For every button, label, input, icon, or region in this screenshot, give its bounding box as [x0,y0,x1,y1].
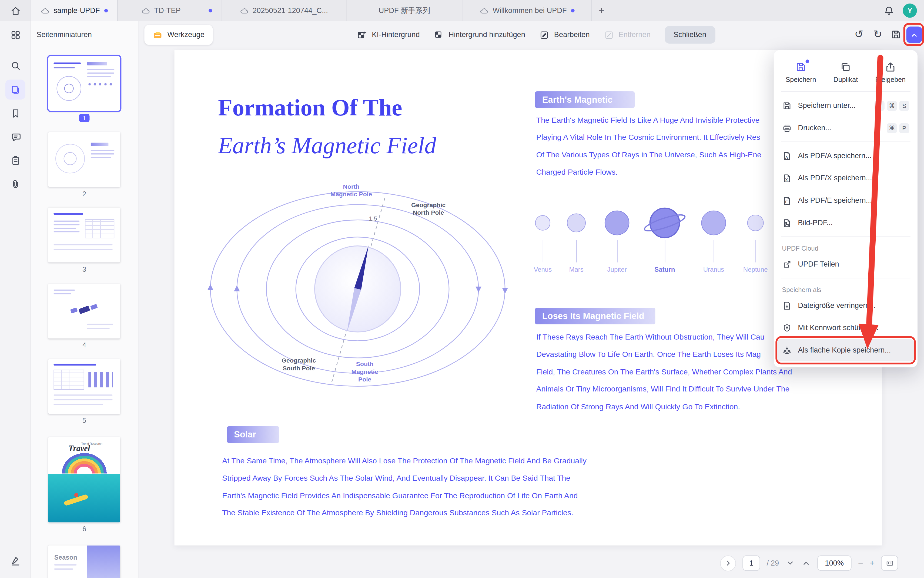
unsaved-dot [571,9,574,13]
hintergrund-hinzufuegen-button[interactable]: Hintergrund hinzufügen [434,30,525,40]
werkzeuge-button[interactable]: Werkzeuge [144,25,213,45]
save-as-icon [782,101,792,110]
menu-item-label: Dateigröße verringern... [798,302,875,310]
section-speichern-als: Speichern als [774,281,918,294]
undo-icon: ↺ [854,28,864,40]
menu-quick-actions: Speichern Duplikat Freigeben [774,55,918,89]
bookmark-icon[interactable] [5,103,25,123]
tab-willkommen[interactable]: Willkommen bei UPDF [463,0,591,21]
duplicate-icon [840,61,851,73]
save-button[interactable] [890,29,901,40]
entfernen-button: Entfernen [604,30,651,40]
thumbnail-preview [87,69,114,70]
tab-sample-updf[interactable]: sample-UPDF [31,0,118,21]
zoom-out-button[interactable]: − [858,559,863,568]
share-link-icon [782,259,792,269]
notes-icon[interactable] [5,150,25,170]
thumbnail-preview [91,150,114,151]
tabbar-right: Y [883,3,924,18]
new-tab-button[interactable]: + [591,0,612,21]
previous-page-button[interactable] [785,559,795,568]
page-thumbnail-1[interactable] [49,56,120,111]
current-page-input[interactable]: 1 [743,555,760,571]
action-label: Freigeben [875,76,906,83]
thumbnail-preview [87,328,110,329]
planet-tick [576,240,577,263]
thumbnail-preview [53,293,71,294]
search-icon[interactable] [5,55,25,75]
zoom-in-button[interactable]: + [870,559,875,568]
menu-item-bild-pdf[interactable]: Bild-PDF... [777,212,914,234]
page-thumbnail-6[interactable]: Trend Research Travel [49,437,120,522]
bearbeiten-button[interactable]: Bearbeiten [539,30,589,40]
attachment-icon[interactable] [5,174,25,194]
thumbnail-preview [53,395,112,396]
menu-item-pdfa[interactable]: A Als PDF/A speichern... [777,144,914,167]
page-thumbnail-7[interactable]: Season [49,546,120,578]
menu-item-label: Als PDF/A speichern... [798,152,872,160]
menu-item-pdfe[interactable]: E Als PDF/E speichern... [777,189,914,212]
tab-label: Willkommen bei UPDF [492,6,566,15]
tab-td-tep[interactable]: TD-TEP [118,0,222,21]
satellite-graphic [70,307,78,313]
user-avatar[interactable]: Y [903,3,917,18]
undo-button[interactable]: ↺ [854,28,864,41]
button-label: Schließen [673,31,706,39]
menu-item-label: Als flache Kopie speichern... [798,346,891,354]
menu-item-kennwort[interactable]: Mit Kennwort schützen... [777,317,914,339]
planet-tick [665,240,665,263]
unsaved-dot [208,9,212,13]
season-title: Season [54,554,77,561]
speichern-action[interactable]: Speichern [778,55,823,89]
minus-icon: − [858,558,863,568]
page-thumbnail-5[interactable] [49,359,120,414]
background-toolbar: KI-Hintergrund Hintergrund hinzufügen Be… [357,26,715,44]
signature-icon[interactable] [5,551,25,571]
comment-icon[interactable] [5,127,25,147]
button-label: Hintergrund hinzufügen [448,31,525,39]
thumbnail-preview [54,564,77,565]
tab-20250521[interactable]: 20250521-120744_C... [222,0,346,21]
notifications-bell-icon[interactable] [883,5,894,16]
unsaved-dot [104,9,108,13]
zoom-level[interactable]: 100% [817,555,851,571]
fit-page-icon [885,559,895,568]
fit-page-button[interactable] [881,555,898,571]
page-thumbnail-4[interactable] [49,284,120,338]
tab-updf-series[interactable]: UPDF 新手系列 [346,0,463,21]
satellite-graphic [90,304,98,310]
paragraph-solar-wind: At The Same Time, The Atmosphere Will Al… [222,452,587,522]
thumbnail-preview [87,62,107,65]
menu-item-updf-teilen[interactable]: UPDF Teilen [777,253,914,276]
redo-button[interactable]: ↻ [873,28,882,41]
menu-item-flache-kopie[interactable]: Als flache Kopie speichern... [777,339,914,362]
duplikat-action[interactable]: Duplikat [823,55,868,89]
menu-item-drucken[interactable]: Drucken... ⌘P [777,117,914,139]
page-number-3: 3 [49,266,120,273]
shortcut-keys: ⇧⌘S [875,101,909,110]
ki-hintergrund-button[interactable]: KI-Hintergrund [357,30,420,40]
menu-divider [781,91,911,92]
freigeben-action[interactable]: Freigeben [868,55,913,89]
grid-apps-icon[interactable] [5,25,25,45]
menu-item-pdfx[interactable]: X Als PDF/X speichern... [777,167,914,189]
next-page-button[interactable] [801,559,811,568]
paragraph-earths-magnetic: The Earth's Magnetic Field Is Like A Hug… [536,111,772,181]
page-thumbnails-icon[interactable] [5,80,25,99]
home-icon[interactable] [0,0,31,21]
season-gradient [87,546,120,578]
page-number-4: 4 [49,341,120,349]
menu-item-dateigroesse[interactable]: Dateigröße verringern... [777,294,914,317]
updf-app-window: sample-UPDF TD-TEP 20250521-120744_C... … [0,0,924,578]
section-badge-solar-wind: Solar Wind [227,426,279,443]
menu-item-label: Mit Kennwort schützen... [798,324,879,332]
page-total-label: / 29 [767,559,779,567]
expand-panel-button[interactable] [720,555,736,571]
menu-item-speichern-unter[interactable]: Speichern unter... ⇧⌘S [777,94,914,117]
page-number-5: 5 [49,417,120,424]
thumbnail-preview [53,224,79,225]
schliessen-button[interactable]: Schließen [665,26,715,44]
page-thumbnail-2[interactable] [49,132,120,187]
page-thumbnail-3[interactable] [49,208,120,263]
add-background-icon [434,30,444,40]
